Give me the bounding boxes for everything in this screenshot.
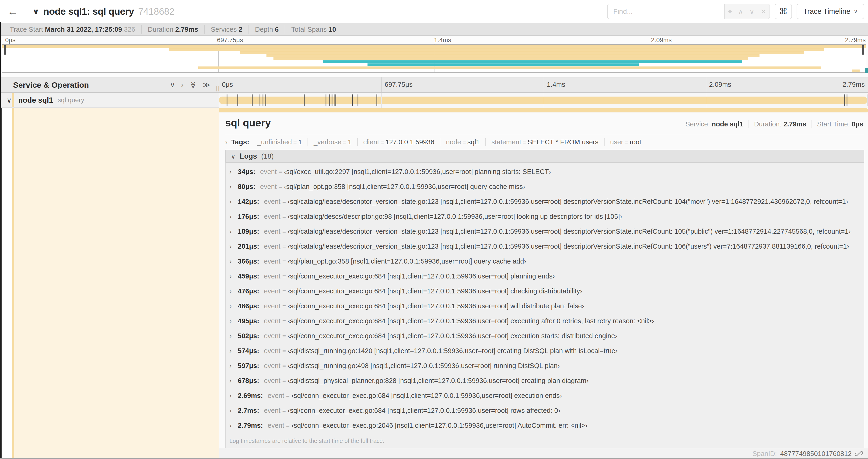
log-entry-row[interactable]: ›142μs:event=‹sql/catalog/lease/descript… [226, 194, 864, 209]
log-field-value: ‹sql/exec_util.go:2297 [nsql1,client=127… [284, 168, 551, 176]
minimap-left-handle[interactable] [4, 45, 6, 55]
log-expand-icon[interactable]: › [229, 392, 238, 399]
expand-all-icon[interactable]: ≫ [203, 81, 210, 88]
log-expand-icon[interactable]: › [229, 377, 238, 385]
tag-equals: = [379, 139, 385, 146]
tag-key: node [446, 138, 461, 146]
span-duration-bar[interactable] [219, 97, 867, 104]
collapse-all-icon[interactable]: ≫ [190, 81, 197, 88]
log-equals: = [280, 302, 288, 310]
jaeger-trace-page: ← ∨ node sql1: sql query 7418682 ⌖ ∧ ∨ ✕… [0, 0, 868, 459]
log-timestamp: 80μs: [238, 183, 255, 191]
log-expand-icon[interactable]: › [229, 242, 238, 250]
log-expand-icon[interactable]: › [229, 198, 238, 205]
trace-summary-value: 10 [329, 26, 336, 33]
log-field-value: ‹sql/conn_executor_exec.go:2046 [nsql1,c… [291, 422, 588, 429]
log-expand-icon[interactable]: › [229, 287, 238, 295]
tags-expand-icon[interactable]: › [225, 138, 227, 146]
log-entry-row[interactable]: ›502μs:event=‹sql/conn_executor_exec.go:… [226, 328, 864, 343]
minimap-right-handle[interactable] [862, 45, 864, 55]
trace-collapse-icon[interactable]: ∨ [33, 7, 39, 16]
column-resizer[interactable]: || [216, 85, 220, 92]
deep-link-icon[interactable] [855, 450, 863, 458]
log-entry-row[interactable]: ›495μs:event=‹sql/conn_executor_exec.go:… [226, 314, 864, 328]
span-row-timeline[interactable] [219, 93, 868, 108]
log-entry-row[interactable]: ›2.7ms:event=‹sql/conn_executor_exec.go:… [226, 403, 864, 418]
log-equals: = [280, 243, 288, 250]
log-entry-row[interactable]: ›597μs:event=‹sql/distsql_running.go:498… [226, 358, 864, 373]
log-expand-icon[interactable]: › [229, 228, 238, 235]
ruler-tick-label: 2.79ms [843, 81, 865, 88]
log-entry-row[interactable]: ›366μs:event=‹sql/plan_opt.go:358 [nsql1… [226, 254, 864, 269]
back-button[interactable]: ← [0, 0, 26, 23]
minimap-span-bar [274, 57, 748, 60]
log-timestamp: 34μs: [238, 168, 255, 176]
log-entry-row[interactable]: ›34μs:event=‹sql/exec_util.go:2297 [nsql… [226, 164, 864, 179]
log-field-value: ‹sql/conn_executor_exec.go:684 [nsql1,cl… [288, 272, 555, 280]
log-marker-tick [334, 94, 335, 106]
log-marker-tick [847, 94, 847, 106]
keyboard-shortcuts-button[interactable]: ⌘ [775, 4, 792, 19]
log-expand-icon[interactable]: › [229, 317, 238, 325]
clear-search-icon[interactable]: ✕ [761, 7, 766, 15]
log-expand-icon[interactable]: › [229, 258, 238, 265]
log-entry-row[interactable]: ›80μs:event=‹sql/plan_opt.go:358 [nsql1,… [226, 179, 864, 194]
log-marker-tick [352, 94, 353, 106]
log-expand-icon[interactable]: › [229, 347, 238, 355]
log-timestamp: 176μs: [238, 213, 259, 220]
log-entry-row[interactable]: ›486μs:event=‹sql/conn_executor_exec.go:… [226, 299, 864, 314]
log-equals: = [280, 198, 288, 205]
locate-icon[interactable]: ⌖ [728, 7, 732, 15]
log-marker-tick [326, 94, 326, 106]
log-timestamp: 476μs: [238, 287, 259, 295]
log-marker-tick [358, 94, 359, 106]
next-result-icon[interactable]: ∨ [749, 7, 754, 15]
trace-id: 7418682 [138, 6, 175, 17]
log-expand-icon[interactable]: › [229, 332, 238, 340]
logs-header[interactable]: ∨ Logs (18) [225, 150, 864, 163]
log-expand-icon[interactable]: › [229, 168, 238, 176]
tag-item: _verbose=1 [308, 138, 357, 146]
log-expand-icon[interactable]: › [229, 302, 238, 310]
log-field-value: ‹sql/catalog/lease/descriptor_version_st… [288, 242, 849, 250]
log-marker-tick [336, 94, 336, 106]
log-entry-row[interactable]: ›2.79ms:event=‹sql/conn_executor_exec.go… [226, 418, 864, 433]
prev-result-icon[interactable]: ∧ [738, 7, 743, 15]
tags-row[interactable]: ›Tags:_unfinished=1_verbose=1client=127.… [225, 134, 864, 150]
overview-value: 0μs [852, 120, 863, 128]
log-expand-icon[interactable]: › [229, 407, 238, 415]
log-entry-row[interactable]: ›574μs:event=‹sql/distsql_running.go:142… [226, 343, 864, 358]
log-entry-row[interactable]: ›189μs:event=‹sql/catalog/lease/descript… [226, 224, 864, 239]
overview-value: node sql1 [712, 120, 743, 128]
log-timestamp: 189μs: [238, 228, 259, 235]
span-collapse-icon[interactable]: ∨ [6, 96, 12, 104]
collapse-one-icon[interactable]: ∨ [170, 81, 175, 88]
span-duration-bar-thin [219, 108, 868, 112]
log-entry-row[interactable]: ›2.69ms:event=‹sql/conn_executor_exec.go… [226, 388, 864, 403]
log-field-value: ‹sql/conn_executor_exec.go:684 [nsql1,cl… [291, 392, 562, 399]
log-entry-row[interactable]: ›201μs:event=‹sql/catalog/lease/descript… [226, 239, 864, 254]
log-marker-tick [844, 94, 845, 106]
log-entry-row[interactable]: ›459μs:event=‹sql/conn_executor_exec.go:… [226, 269, 864, 284]
log-equals: = [280, 347, 288, 355]
view-dropdown-button[interactable]: Trace Timeline ∨ [797, 4, 864, 19]
log-entry-row[interactable]: ›176μs:event=‹sql/catalog/descs/descript… [226, 209, 864, 224]
find-input[interactable] [608, 4, 724, 19]
log-timestamp: 597μs: [238, 362, 259, 370]
expand-one-icon[interactable]: › [181, 81, 183, 88]
tag-equals: = [292, 139, 298, 146]
log-entry-row[interactable]: ›476μs:event=‹sql/conn_executor_exec.go:… [226, 284, 864, 299]
log-entry-row[interactable]: ›678μs:event=‹sql/distsql_physical_plann… [226, 373, 864, 388]
tree-controls: ∨ › ≫ ≫ [170, 81, 210, 88]
log-expand-icon[interactable]: › [229, 362, 238, 370]
log-expand-icon[interactable]: › [229, 422, 238, 429]
log-expand-icon[interactable]: › [229, 272, 238, 280]
log-expand-icon[interactable]: › [229, 183, 238, 191]
log-expand-icon[interactable]: › [229, 213, 238, 220]
tag-value: 1 [298, 138, 302, 146]
ruler-tick-label: 697.75μs [381, 77, 544, 92]
trace-summary-item: Trace Start March 31 2022, 17:25:09.326 [4, 25, 141, 34]
span-row-label[interactable]: ∨ node sql1 sql query [0, 93, 219, 108]
window-left-edge [0, 22, 1, 459]
minimap-canvas[interactable] [2, 44, 866, 72]
